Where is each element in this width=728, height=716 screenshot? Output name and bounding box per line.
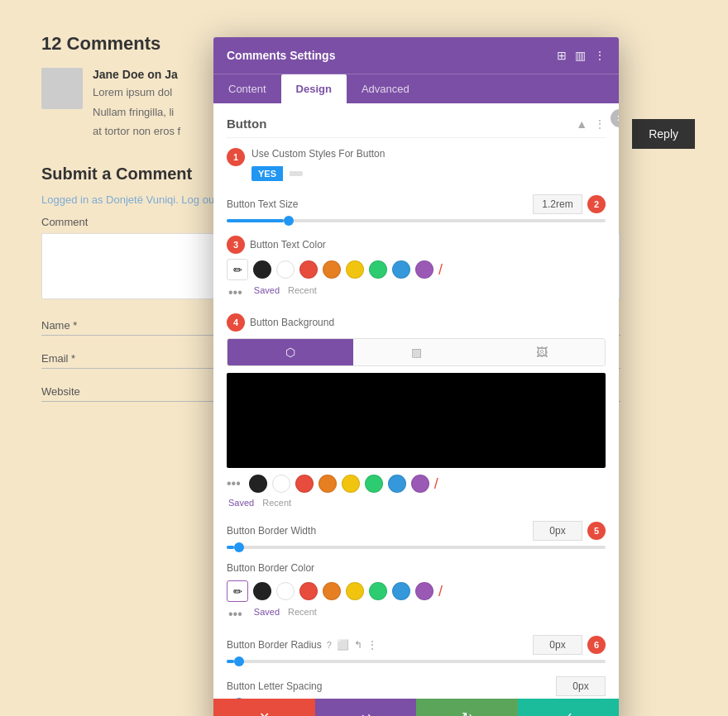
tab-content[interactable]: Content <box>213 74 281 103</box>
button-text-size-slider[interactable] <box>227 219 606 222</box>
bg-swatch-blue[interactable] <box>388 475 406 493</box>
bg-tab-gradient[interactable]: ▨ <box>353 339 479 365</box>
tab-design[interactable]: Design <box>281 74 347 103</box>
border-swatch-green[interactable] <box>369 582 387 600</box>
confirm-button[interactable]: ✓ <box>518 699 620 716</box>
avatar <box>41 68 83 109</box>
step-badge-3: 3 <box>227 236 245 254</box>
border-swatch-black[interactable] <box>253 582 271 600</box>
saved-recent-bg: Saved Recent <box>227 498 606 508</box>
button-background-label: Button Background <box>250 317 334 328</box>
border-swatch-red[interactable] <box>299 582 318 600</box>
link-icon[interactable]: ↰ <box>354 639 362 651</box>
bg-slash-icon[interactable]: / <box>434 475 438 493</box>
border-eyedropper-icon[interactable]: ✏ <box>227 580 248 602</box>
button-border-radius-field: Button Border Radius ? ⬜ ↰ ⋮ 0px 6 <box>227 635 606 663</box>
button-letter-spacing-value[interactable]: 0px <box>556 676 606 696</box>
color-swatch-orange[interactable] <box>323 260 341 279</box>
section-title: Button <box>227 117 266 131</box>
button-background-field: 4 Button Background ⬡ ▨ 🖼 ••• / <box>227 313 606 508</box>
border-saved-label[interactable]: Saved <box>254 607 280 622</box>
color-swatch-yellow[interactable] <box>346 260 364 279</box>
step-badge-4: 4 <box>227 313 245 332</box>
modal-body: Button ▲ ⋮ 1 Use Custom Styles For Butto… <box>213 103 619 699</box>
bg-swatch-black[interactable] <box>249 475 267 493</box>
button-text-size-field: Button Text Size 1.2rem 2 <box>227 194 606 222</box>
help-icon[interactable]: ? <box>327 640 332 650</box>
bg-dots-icon[interactable]: ••• <box>227 476 241 491</box>
border-swatch-blue[interactable] <box>392 582 410 600</box>
button-border-width-field: Button Border Width 0px 5 <box>227 521 606 549</box>
border-radius-menu-icon[interactable]: ⋮ <box>367 639 377 651</box>
bg-swatch-white[interactable] <box>272 475 290 493</box>
color-swatch-white[interactable] <box>276 260 295 279</box>
modal: Comments Settings ⊞ ▥ ⋮ Content Design A… <box>213 37 619 716</box>
undo-button[interactable]: ↩ <box>315 699 417 716</box>
bg-swatch-yellow[interactable] <box>342 475 360 493</box>
step-badge-6: 6 <box>587 636 606 654</box>
button-text-size-value[interactable]: 1.2rem <box>533 194 582 214</box>
color-swatch-purple[interactable] <box>415 260 433 279</box>
border-slash-icon[interactable]: / <box>438 583 443 600</box>
bg-recent-label[interactable]: Recent <box>262 498 291 508</box>
toggle-yes[interactable]: YES <box>251 166 283 181</box>
saved-label[interactable]: Saved <box>254 285 280 300</box>
button-border-width-value[interactable]: 0px <box>533 521 582 541</box>
color-swatch-green[interactable] <box>369 260 387 279</box>
bg-tab-image[interactable]: 🖼 <box>479 339 605 365</box>
button-text-color-label: Button Text Color <box>250 239 326 251</box>
step-badge-1: 1 <box>227 148 245 166</box>
border-dots-icon[interactable]: ••• <box>228 607 242 622</box>
border-swatch-orange[interactable] <box>323 582 341 600</box>
color-slash-icon[interactable]: / <box>438 261 443 279</box>
button-text-size-label: Button Text Size <box>227 198 299 210</box>
button-border-width-label: Button Border Width <box>227 525 316 537</box>
button-text-color-field: 3 Button Text Color ✏ / ••• Saved Recent <box>227 236 606 300</box>
saved-recent-text-color: ••• Saved Recent <box>227 285 606 300</box>
columns-icon[interactable]: ▥ <box>575 49 586 62</box>
bg-tab-solid[interactable]: ⬡ <box>228 339 353 365</box>
bottom-bar: ✕ ↩ ↻ ✓ <box>213 699 619 716</box>
bg-swatch-orange[interactable] <box>318 475 337 493</box>
border-swatch-purple[interactable] <box>415 582 433 600</box>
reply-button[interactable]: Reply <box>632 119 695 149</box>
bg-swatch-green[interactable] <box>365 475 383 493</box>
border-swatch-white[interactable] <box>276 582 295 600</box>
bg-swatch-purple[interactable] <box>411 475 429 493</box>
border-recent-label[interactable]: Recent <box>288 607 317 622</box>
redo-button[interactable]: ↻ <box>416 699 518 716</box>
background-color-preview[interactable] <box>227 373 606 468</box>
modal-header: Comments Settings ⊞ ▥ ⋮ <box>213 37 619 74</box>
bg-type-tabs: ⬡ ▨ 🖼 <box>227 338 606 366</box>
bg-swatch-red[interactable] <box>295 475 314 493</box>
modal-header-icons: ⊞ ▥ ⋮ <box>557 49 606 62</box>
eyedropper-icon[interactable]: ✏ <box>227 259 248 280</box>
button-border-color-label: Button Border Color <box>227 562 606 574</box>
collapse-icon[interactable]: ▲ <box>576 117 587 131</box>
dots-icon[interactable]: ••• <box>228 285 242 300</box>
saved-recent-border: ••• Saved Recent <box>227 607 606 622</box>
button-border-radius-value[interactable]: 0px <box>533 635 582 655</box>
toggle-container: YES <box>251 166 606 181</box>
tab-bar: Content Design Advanced <box>213 74 619 103</box>
button-border-color-field: Button Border Color ✏ / ••• Saved Recent <box>227 562 606 622</box>
color-swatch-blue[interactable] <box>392 260 410 279</box>
color-swatch-red[interactable] <box>299 260 318 279</box>
color-swatch-black[interactable] <box>253 260 271 279</box>
more-menu-icon[interactable]: ⋮ <box>594 49 606 62</box>
corners-icon[interactable]: ⬜ <box>337 639 349 651</box>
button-border-radius-slider[interactable] <box>227 660 606 663</box>
tab-advanced[interactable]: Advanced <box>347 74 424 103</box>
text-color-swatches: ✏ / <box>227 259 606 280</box>
border-swatch-yellow[interactable] <box>346 582 364 600</box>
grid-icon[interactable]: ⊞ <box>557 49 567 62</box>
section-menu-icon[interactable]: ⋮ <box>594 117 606 131</box>
cancel-button[interactable]: ✕ <box>213 699 315 716</box>
modal-title: Comments Settings <box>227 49 335 62</box>
bg-color-swatches: ••• / <box>227 475 606 493</box>
button-border-width-slider[interactable] <box>227 546 606 549</box>
bg-saved-label[interactable]: Saved <box>228 498 254 508</box>
button-letter-spacing-field: Button Letter Spacing 0px <box>227 676 606 699</box>
custom-styles-label: Use Custom Styles For Button <box>251 148 606 160</box>
recent-label[interactable]: Recent <box>288 285 317 300</box>
